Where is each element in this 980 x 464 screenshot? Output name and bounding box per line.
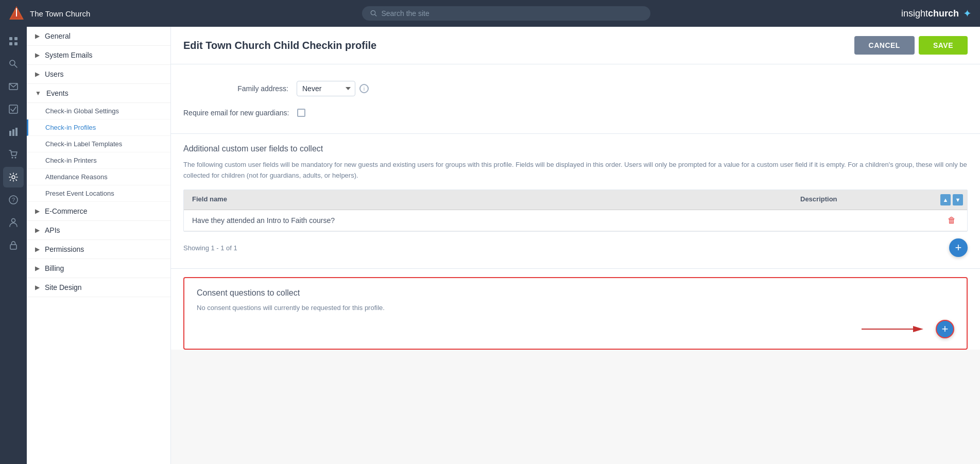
field-name-cell: Have they attended an Intro to Faith cou… <box>184 210 792 231</box>
form-content: Family address: Never Always On first vi… <box>171 64 980 350</box>
nav-question[interactable]: ? <box>3 190 24 210</box>
header-buttons: CANCEL SAVE <box>854 36 968 55</box>
require-email-checkbox[interactable] <box>297 109 305 117</box>
brand-name: insightchurch <box>901 8 959 19</box>
sidebar-subitem-checkin-global[interactable]: Check-in Global Settings <box>27 103 170 119</box>
require-email-value <box>297 109 305 117</box>
col-field-name: Field name <box>184 190 792 210</box>
sidebar-item-apis[interactable]: ▶ APIs <box>27 221 170 240</box>
brand-area: insightchurch ✦ <box>901 7 972 20</box>
table-bottom-row: Showing 1 - 1 of 1 + <box>183 238 968 258</box>
sidebar-item-permissions[interactable]: ▶ Permissions <box>27 240 170 259</box>
sidebar-subitem-checkin-profiles[interactable]: Check-in Profiles <box>27 119 170 136</box>
cancel-button[interactable]: CANCEL <box>854 36 915 55</box>
add-custom-field-button[interactable]: + <box>949 238 968 257</box>
nav-sidebar: ▶ General ▶ System Emails ▶ Users ▼ Even… <box>27 27 171 464</box>
form-section-family: Family address: Never Always On first vi… <box>171 64 980 134</box>
org-name: The Town Church <box>30 9 90 18</box>
sort-buttons: ▲ ▼ <box>936 190 967 210</box>
sidebar-item-events[interactable]: ▼ Events <box>27 84 170 103</box>
org-logo[interactable]: The Town Church <box>8 5 111 22</box>
content-area: Edit Town Church Child Checkin profile C… <box>171 27 980 464</box>
svg-rect-7 <box>9 42 12 45</box>
svg-marker-24 <box>913 326 923 332</box>
svg-rect-14 <box>12 129 14 136</box>
nav-search[interactable] <box>3 54 24 74</box>
nav-lock[interactable] <box>3 235 24 255</box>
sidebar-item-billing[interactable]: ▶ Billing <box>27 259 170 278</box>
save-button[interactable]: SAVE <box>919 36 968 55</box>
svg-point-16 <box>12 157 13 159</box>
consent-title: Consent questions to collect <box>197 288 954 298</box>
sidebar-item-ecommerce[interactable]: ▶ E-Commerce <box>27 202 170 221</box>
consent-empty-text: No consent questions will currently be r… <box>197 304 954 312</box>
consent-section: Consent questions to collect No consent … <box>183 277 968 350</box>
svg-point-17 <box>15 157 16 159</box>
chevron-right-icon: ▶ <box>35 208 40 215</box>
brand-sparkle: ✦ <box>963 7 972 20</box>
sidebar-item-system-emails[interactable]: ▶ System Emails <box>27 46 170 65</box>
consent-bottom-row: + <box>197 320 954 338</box>
logo-icon <box>8 5 25 22</box>
table-row: Have they attended an Intro to Faith cou… <box>184 210 967 231</box>
consent-arrow <box>197 323 930 335</box>
page-header: Edit Town Church Child Checkin profile C… <box>171 27 980 64</box>
custom-fields-table: Field name Description ▲ ▼ Have they att… <box>183 190 968 232</box>
chevron-down-icon: ▼ <box>35 90 41 97</box>
sidebar-subitem-preset-locations[interactable]: Preset Event Locations <box>27 185 170 202</box>
family-address-select[interactable]: Never Always On first visit <box>297 81 355 96</box>
delete-action: 🗑 <box>936 210 967 231</box>
nav-check[interactable] <box>3 99 24 119</box>
custom-fields-section: Additional custom user fields to collect… <box>171 134 980 269</box>
nav-envelope[interactable] <box>3 76 24 97</box>
sort-down-button[interactable]: ▼ <box>953 194 963 205</box>
search-input[interactable] <box>381 9 642 18</box>
chevron-right-icon: ▶ <box>35 284 40 291</box>
nav-gear[interactable] <box>3 167 24 187</box>
sidebar-subitem-checkin-printers[interactable]: Check-in Printers <box>27 152 170 169</box>
description-cell <box>792 210 936 231</box>
chevron-right-icon: ▶ <box>35 51 40 59</box>
delete-field-button[interactable]: 🗑 <box>948 216 956 225</box>
svg-rect-8 <box>14 42 18 45</box>
svg-rect-13 <box>9 131 11 136</box>
nav-grid[interactable] <box>3 31 24 51</box>
svg-line-4 <box>375 14 376 16</box>
sidebar-item-users[interactable]: ▶ Users <box>27 65 170 84</box>
search-wrap[interactable] <box>362 6 650 21</box>
search-icon <box>370 10 377 17</box>
chevron-right-icon: ▶ <box>35 32 40 40</box>
icon-sidebar: ? <box>0 27 27 464</box>
svg-rect-22 <box>10 245 16 249</box>
chevron-right-icon: ▶ <box>35 227 40 234</box>
page-title: Edit Town Church Child Checkin profile <box>183 40 376 51</box>
nav-chart[interactable] <box>3 122 24 142</box>
sidebar-subitem-checkin-labels[interactable]: Check-in Label Templates <box>27 136 170 152</box>
sidebar-item-site-design[interactable]: ▶ Site Design <box>27 278 170 297</box>
svg-rect-6 <box>14 37 18 40</box>
add-consent-question-button[interactable]: + <box>936 320 954 338</box>
svg-line-10 <box>14 65 17 67</box>
custom-fields-title: Additional custom user fields to collect <box>183 144 968 153</box>
showing-text: Showing 1 - 1 of 1 <box>183 238 237 258</box>
require-email-label: Require email for new guardians: <box>183 109 297 117</box>
family-address-value: Never Always On first visit i <box>297 81 369 96</box>
family-address-row: Family address: Never Always On first vi… <box>183 75 968 102</box>
table-header-row: Field name Description ▲ ▼ <box>184 190 967 210</box>
nav-person[interactable] <box>3 212 24 233</box>
sidebar-subitem-attendance-reasons[interactable]: Attendance Reasons <box>27 169 170 185</box>
svg-point-21 <box>12 219 15 222</box>
custom-fields-description: The following custom user fields will be… <box>183 160 968 181</box>
svg-point-18 <box>12 176 15 179</box>
sidebar-item-general[interactable]: ▶ General <box>27 27 170 46</box>
search-bar <box>111 6 901 21</box>
sort-up-button[interactable]: ▲ <box>940 194 951 205</box>
require-email-row: Require email for new guardians: <box>183 102 968 123</box>
family-address-info-icon[interactable]: i <box>359 84 369 93</box>
svg-rect-15 <box>15 128 18 136</box>
chevron-right-icon: ▶ <box>35 265 40 272</box>
chevron-right-icon: ▶ <box>35 71 40 78</box>
family-address-label: Family address: <box>183 84 297 93</box>
nav-cart[interactable] <box>3 144 24 165</box>
top-nav: The Town Church insightchurch ✦ <box>0 0 980 27</box>
